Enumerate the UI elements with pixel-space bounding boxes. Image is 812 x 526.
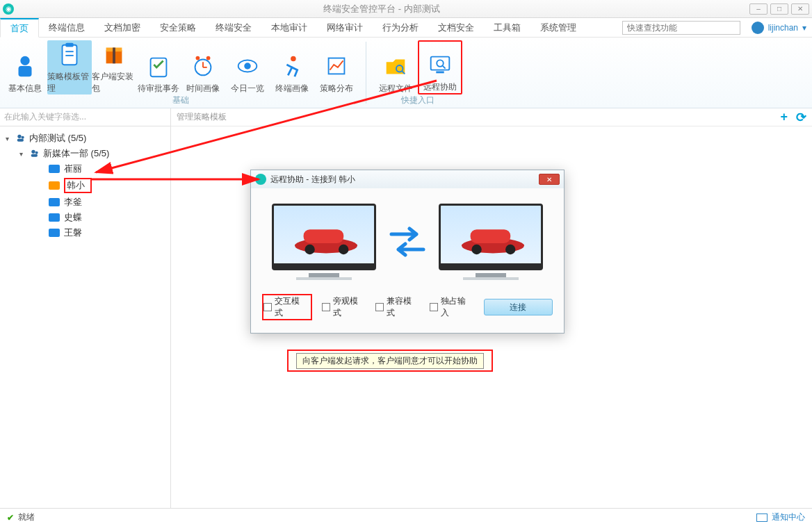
tooltip-text: 向客户端发起请求，客户端同意才可以开始协助 bbox=[296, 353, 484, 369]
mode-checkbox[interactable]: 兼容模式 bbox=[375, 295, 420, 319]
ribbon-item-user[interactable]: 基本信息 bbox=[3, 40, 47, 94]
ribbon-item-label: 策略模板管理 bbox=[47, 71, 92, 94]
dialog-close-button[interactable]: ✕ bbox=[539, 174, 560, 185]
svg-rect-9 bbox=[151, 58, 167, 77]
group-icon bbox=[15, 133, 26, 144]
tab-system[interactable]: 系统管理 bbox=[530, 18, 586, 37]
terminal-status-icon bbox=[49, 229, 60, 237]
package-icon bbox=[100, 40, 128, 68]
tree-leaf-label: 王磐 bbox=[64, 227, 82, 239]
tree-filter-input[interactable]: 在此输入关键字筛选... bbox=[0, 108, 170, 126]
ribbon-item-folder-search[interactable]: 远程文件 bbox=[373, 40, 418, 94]
ribbon-item-monitor-search[interactable]: 远程协助 bbox=[418, 40, 462, 94]
notify-center-button[interactable]: 通知中心 bbox=[756, 511, 805, 523]
terminal-status-icon bbox=[49, 165, 60, 173]
tab-local-audit[interactable]: 本地审计 bbox=[261, 18, 317, 37]
ribbon-group-quick: 远程文件远程协助 快捷入口 bbox=[371, 38, 465, 108]
sync-arrows-icon bbox=[389, 227, 426, 257]
maximize-button[interactable]: □ bbox=[770, 3, 788, 15]
eye-icon bbox=[234, 52, 261, 80]
minimize-button[interactable]: – bbox=[749, 3, 768, 15]
tree-leaf-label: 史蝶 bbox=[64, 211, 82, 224]
tree-leaf[interactable]: 崔丽 bbox=[29, 161, 169, 176]
ribbon-item-label: 客户端安装包 bbox=[92, 71, 136, 94]
collapse-icon[interactable]: ▾ bbox=[6, 135, 13, 142]
tree-group[interactable]: ▾ 新媒体一部 (5/5) bbox=[15, 146, 169, 161]
filter-placeholder: 在此输入关键字筛选... bbox=[4, 111, 86, 123]
tree-leaf[interactable]: 李釜 bbox=[29, 195, 169, 210]
monitor-search-icon bbox=[426, 51, 454, 79]
sidebar: 在此输入关键字筛选... ▾ 内部测试 (5/5) ▾ 新媒体一部 (5/5) … bbox=[0, 108, 171, 508]
ribbon-item-label: 时间画像 bbox=[186, 83, 220, 94]
client-monitor-icon: Client bbox=[439, 204, 543, 270]
ribbon-item-label: 待审批事务 bbox=[138, 83, 179, 94]
tab-network-audit[interactable]: 网络审计 bbox=[317, 18, 373, 37]
tree-root[interactable]: ▾ 内部测试 (5/5) bbox=[1, 131, 169, 146]
svg-rect-28 bbox=[17, 139, 24, 142]
clock-icon bbox=[189, 52, 217, 80]
svg-point-26 bbox=[17, 135, 21, 138]
tab-terminal-info[interactable]: 终端信息 bbox=[39, 18, 95, 37]
ribbon-item-label: 终端画像 bbox=[275, 83, 309, 94]
notify-label: 通知中心 bbox=[772, 511, 805, 523]
svg-point-16 bbox=[244, 63, 251, 69]
refresh-button[interactable]: ⟳ bbox=[796, 110, 806, 125]
tab-home[interactable]: 首页 bbox=[0, 18, 39, 38]
content-title: 管理策略模板 bbox=[177, 111, 227, 123]
collapse-icon[interactable]: ▾ bbox=[19, 150, 26, 158]
ribbon-item-label: 今日一览 bbox=[231, 83, 264, 94]
svg-point-30 bbox=[35, 151, 38, 154]
tree-leaf[interactable]: 史蝶 bbox=[29, 210, 169, 225]
ribbon-item-clock[interactable]: 时间画像 bbox=[181, 40, 225, 94]
ribbon-group-basic: 基本信息策略模板管理客户端安装包待审批事务时间画像今日一览终端画像策略分布 基础 bbox=[0, 38, 362, 108]
mode-checkbox[interactable]: 旁观模式 bbox=[322, 295, 366, 319]
ribbon-group-label: 基础 bbox=[3, 94, 359, 108]
ribbon-item-chart[interactable]: 策略分布 bbox=[314, 40, 359, 94]
mail-icon bbox=[756, 513, 768, 522]
status-bar: ✔ 就绪 通知中心 bbox=[0, 508, 812, 526]
chevron-down-icon: ▾ bbox=[802, 23, 806, 33]
tree-root-label: 内部测试 (5/5) bbox=[29, 132, 86, 145]
svg-point-29 bbox=[31, 150, 35, 154]
tab-terminal-security[interactable]: 终端安全 bbox=[206, 18, 261, 37]
svg-line-18 bbox=[286, 65, 292, 67]
ribbon-item-label: 远程协助 bbox=[423, 81, 457, 93]
ribbon-item-label: 基本信息 bbox=[8, 83, 42, 94]
add-button[interactable]: + bbox=[780, 110, 788, 125]
person-run-icon bbox=[278, 52, 306, 80]
status-ok-icon: ✔ bbox=[7, 513, 14, 523]
ribbon-item-package[interactable]: 客户端安装包 bbox=[92, 40, 136, 94]
tree-leaf[interactable]: 韩小 bbox=[29, 176, 169, 195]
ribbon-item-task[interactable]: 待审批事务 bbox=[136, 40, 181, 94]
ribbon-divider bbox=[366, 42, 366, 104]
status-text: 就绪 bbox=[18, 511, 35, 523]
mode-checkbox[interactable]: 交互模式 bbox=[262, 294, 312, 320]
mode-label: 独占输入 bbox=[441, 295, 474, 319]
quick-search-input[interactable] bbox=[622, 21, 740, 35]
svg-point-39 bbox=[505, 245, 515, 254]
tab-doc-encrypt[interactable]: 文档加密 bbox=[95, 18, 150, 37]
checkbox-icon bbox=[263, 303, 272, 311]
close-window-button[interactable]: ✕ bbox=[791, 3, 809, 15]
clipboard-icon bbox=[56, 40, 83, 68]
ribbon-item-eye[interactable]: 今日一览 bbox=[225, 40, 270, 94]
mode-label: 兼容模式 bbox=[387, 295, 420, 319]
tree-leaf[interactable]: 王磐 bbox=[29, 225, 169, 240]
mode-checkbox[interactable]: 独占输入 bbox=[430, 295, 474, 319]
tab-behavior[interactable]: 行为分析 bbox=[373, 18, 428, 37]
tab-security-policy[interactable]: 安全策略 bbox=[150, 18, 206, 37]
checkbox-icon bbox=[322, 303, 330, 311]
user-menu[interactable]: lijinchan ▾ bbox=[746, 22, 812, 34]
connect-button[interactable]: 连接 bbox=[484, 299, 553, 315]
terminal-status-icon bbox=[49, 198, 60, 206]
svg-rect-33 bbox=[304, 229, 344, 243]
tree-group-label: 新媒体一部 (5/5) bbox=[43, 147, 109, 160]
user-icon bbox=[11, 52, 39, 80]
tab-doc-security[interactable]: 文档安全 bbox=[428, 18, 484, 37]
svg-rect-31 bbox=[31, 154, 38, 157]
tab-toolbox[interactable]: 工具箱 bbox=[484, 18, 530, 37]
dialog-titlebar[interactable]: 远程协助 - 连接到 韩小 ✕ bbox=[251, 170, 564, 188]
ribbon-item-clipboard[interactable]: 策略模板管理 bbox=[47, 40, 92, 94]
svg-point-38 bbox=[471, 245, 481, 254]
ribbon-item-person-run[interactable]: 终端画像 bbox=[270, 40, 314, 94]
